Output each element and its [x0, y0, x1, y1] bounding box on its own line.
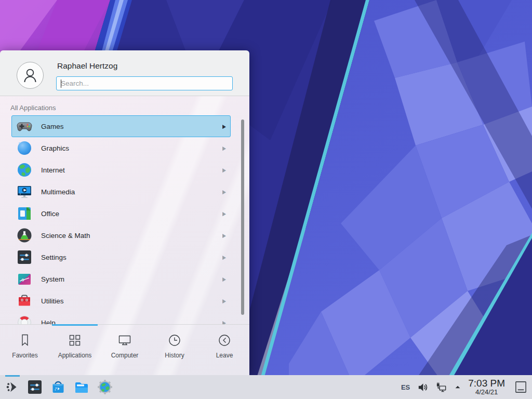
taskbar: ES 7:03 PM 4/24/21 — [0, 375, 532, 399]
office-documents-icon — [16, 205, 33, 222]
system-tray: ES 7:03 PM 4/24/21 — [401, 378, 528, 396]
taskbar-web-browser[interactable] — [93, 375, 116, 399]
tab-favorites[interactable]: Favorites — [0, 325, 50, 375]
kde-launcher-icon — [5, 380, 20, 394]
submenu-arrow-icon: ▶ — [222, 167, 226, 173]
submenu-arrow-icon: ▶ — [222, 123, 226, 129]
menu-category-games[interactable]: Games▶ — [11, 115, 231, 137]
graphics-sphere-icon — [16, 140, 33, 156]
menu-category-utilities[interactable]: Utilities▶ — [11, 290, 231, 312]
menu-category-system[interactable]: System▶ — [11, 268, 231, 290]
applications-grid-icon — [67, 332, 83, 348]
user-name: Raphael Hertzog — [57, 61, 117, 71]
application-launcher-menu: Raphael Hertzog All Applications Games▶G… — [0, 50, 249, 375]
launcher-tab-bar: FavoritesApplicationsComputerHistoryLeav… — [0, 324, 249, 375]
submenu-arrow-icon: ▶ — [222, 320, 226, 324]
launcher-header: Raphael Hertzog — [0, 50, 249, 96]
show-desktop-button[interactable] — [514, 379, 528, 395]
utilities-toolbox-icon — [16, 292, 33, 309]
submenu-arrow-icon: ▶ — [222, 145, 226, 151]
taskbar-discover[interactable] — [46, 375, 70, 399]
tab-history[interactable]: History — [150, 325, 200, 375]
scrollbar-thumb[interactable] — [241, 119, 244, 315]
submenu-arrow-icon: ▶ — [222, 276, 226, 282]
digital-clock[interactable]: 7:03 PM 4/24/21 — [468, 378, 505, 396]
taskbar-launchers — [2, 375, 116, 399]
computer-monitor-icon — [117, 332, 132, 348]
menu-category-office[interactable]: Office▶ — [11, 203, 231, 224]
search-input[interactable] — [57, 77, 232, 90]
system-monitor-icon — [16, 271, 33, 287]
tab-computer[interactable]: Computer — [100, 325, 150, 375]
menu-category-help[interactable]: Help▶ — [11, 312, 231, 324]
submenu-arrow-icon: ▶ — [222, 298, 226, 304]
menu-category-internet[interactable]: Internet▶ — [11, 159, 231, 181]
submenu-arrow-icon: ▶ — [222, 189, 226, 195]
favorites-bookmark-icon — [17, 332, 33, 348]
search-field[interactable] — [56, 76, 233, 90]
submenu-arrow-icon: ▶ — [222, 232, 226, 238]
clock-date: 4/24/21 — [468, 388, 505, 396]
network-icon[interactable] — [435, 381, 447, 393]
internet-globe-icon — [16, 162, 33, 178]
user-avatar[interactable] — [17, 62, 44, 89]
keyboard-layout-indicator[interactable]: ES — [401, 383, 410, 391]
globe-gear-icon — [97, 379, 113, 395]
multimedia-player-icon — [16, 183, 33, 200]
text-caret — [61, 79, 61, 88]
application-category-list: Games▶Graphics▶Internet▶Multimedia▶Offic… — [0, 115, 249, 324]
leave-back-icon — [217, 332, 232, 348]
section-label: All Applications — [10, 104, 249, 113]
menu-category-science-math[interactable]: Science & Math▶ — [11, 224, 231, 246]
games-gamepad-icon — [16, 118, 33, 135]
submenu-arrow-icon: ▶ — [222, 254, 226, 260]
taskbar-system-settings[interactable] — [23, 375, 46, 399]
user-icon — [19, 64, 42, 87]
menu-category-graphics[interactable]: Graphics▶ — [11, 137, 231, 159]
tab-leave[interactable]: Leave — [200, 325, 249, 375]
help-lifering-icon — [16, 314, 33, 324]
settings-sliders-icon — [16, 249, 33, 265]
settings-sliders-icon — [26, 379, 43, 395]
menu-category-multimedia[interactable]: Multimedia▶ — [11, 181, 231, 203]
discover-bag-icon — [50, 379, 66, 395]
taskbar-file-manager[interactable] — [70, 375, 93, 399]
clock-time: 7:03 PM — [468, 378, 505, 388]
tab-applications[interactable]: Applications — [50, 325, 100, 375]
taskbar-application-launcher[interactable] — [2, 375, 23, 399]
launcher-body: All Applications Games▶Graphics▶Internet… — [0, 96, 249, 375]
dolphin-folder-icon — [73, 379, 90, 395]
menu-category-settings[interactable]: Settings▶ — [11, 246, 231, 268]
desktop: Raphael Hertzog All Applications Games▶G… — [0, 0, 532, 399]
expand-tray-icon[interactable] — [454, 383, 461, 391]
history-clock-icon — [167, 332, 182, 348]
science-flask-icon — [16, 227, 33, 244]
submenu-arrow-icon: ▶ — [222, 210, 226, 217]
volume-icon[interactable] — [417, 381, 429, 393]
